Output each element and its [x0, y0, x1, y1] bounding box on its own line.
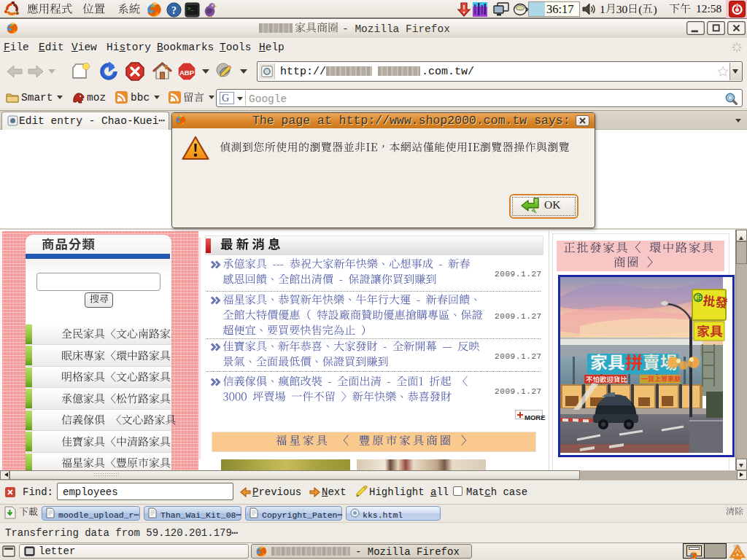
svg-text:>_: >_ — [187, 6, 194, 12]
svg-text:ABP: ABP — [179, 69, 195, 77]
svg-text:?: ? — [171, 5, 177, 16]
